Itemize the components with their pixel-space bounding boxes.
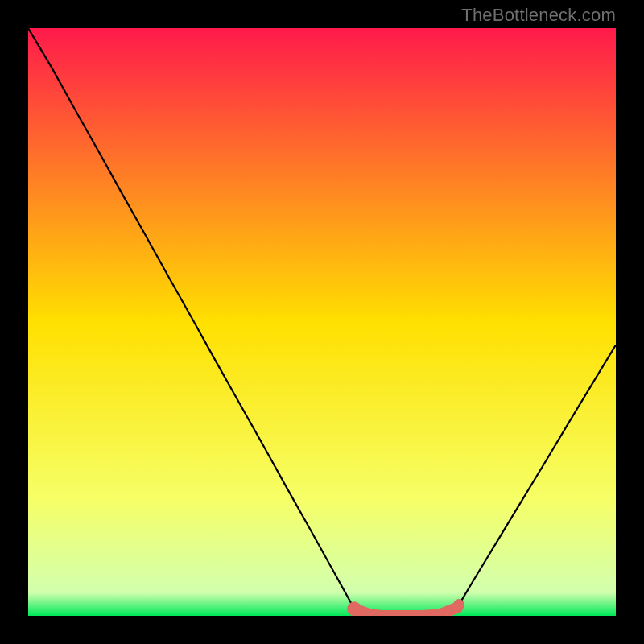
attribution-label: TheBottleneck.com [461, 5, 616, 26]
gradient-background [28, 28, 616, 616]
chart-svg [28, 28, 616, 616]
optimal-start-dot [347, 601, 361, 616]
plot-area [28, 28, 616, 616]
chart-frame: TheBottleneck.com [0, 0, 644, 644]
